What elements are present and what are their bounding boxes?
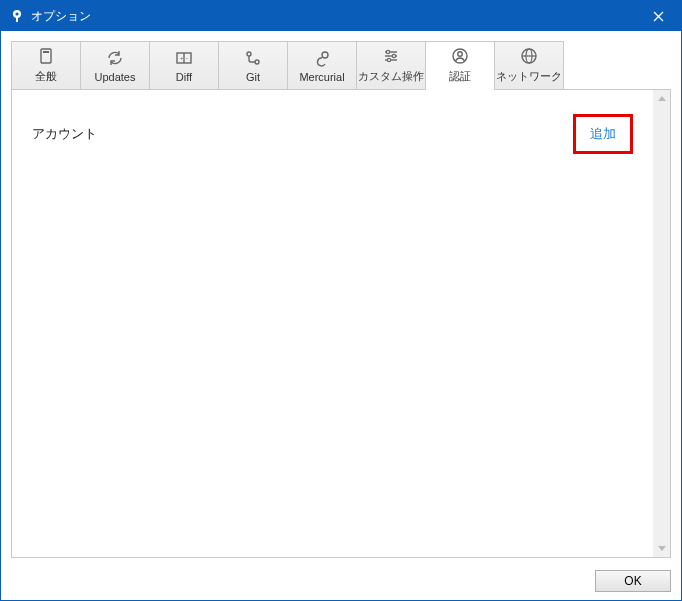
options-window: オプション 全般 Updates	[0, 0, 682, 601]
network-icon	[520, 47, 538, 65]
tab-diff[interactable]: +- Diff	[149, 41, 219, 89]
tab-custom[interactable]: カスタム操作	[356, 41, 426, 89]
custom-icon	[382, 47, 400, 65]
titlebar: オプション	[1, 1, 681, 31]
tab-label: カスタム操作	[358, 69, 424, 84]
svg-point-18	[392, 54, 395, 57]
tab-network[interactable]: ネットワーク	[494, 41, 564, 89]
vertical-scrollbar[interactable]	[653, 90, 670, 557]
mercurial-icon	[313, 49, 331, 67]
tab-label: Updates	[95, 71, 136, 83]
tab-git[interactable]: Git	[218, 41, 288, 89]
app-icon	[9, 8, 25, 24]
tab-strip: 全般 Updates +- Diff Git	[11, 41, 671, 90]
window-title: オプション	[31, 8, 635, 25]
svg-point-12	[255, 60, 259, 64]
footer: OK	[1, 564, 681, 600]
general-icon	[37, 47, 55, 65]
account-label: アカウント	[32, 125, 97, 143]
close-icon	[653, 11, 664, 22]
tab-label: Mercurial	[299, 71, 344, 83]
svg-text:+: +	[180, 55, 184, 61]
git-icon	[244, 49, 262, 67]
close-button[interactable]	[635, 1, 681, 31]
ok-button[interactable]: OK	[595, 570, 671, 592]
svg-point-21	[458, 52, 463, 57]
tab-general[interactable]: 全般	[11, 41, 81, 89]
client-area: 全般 Updates +- Diff Git	[1, 31, 681, 564]
svg-point-1	[15, 12, 18, 15]
svg-point-13	[322, 52, 328, 58]
svg-rect-2	[16, 17, 18, 22]
scroll-up-icon	[653, 90, 670, 107]
content-wrap: アカウント 追加	[11, 90, 671, 558]
scroll-down-icon	[653, 540, 670, 557]
svg-point-19	[387, 58, 390, 61]
tab-label: Git	[246, 71, 260, 83]
add-button[interactable]: 追加	[578, 121, 628, 147]
svg-text:-: -	[186, 55, 188, 61]
auth-content: アカウント 追加	[12, 90, 653, 557]
account-row: アカウント 追加	[32, 114, 633, 154]
tab-label: 全般	[35, 69, 57, 84]
diff-icon: +-	[175, 49, 193, 67]
updates-icon	[106, 49, 124, 67]
tab-label: ネットワーク	[496, 69, 562, 84]
auth-icon	[451, 47, 469, 65]
tab-updates[interactable]: Updates	[80, 41, 150, 89]
tab-label: Diff	[176, 71, 192, 83]
svg-point-17	[386, 50, 389, 53]
tab-mercurial[interactable]: Mercurial	[287, 41, 357, 89]
tab-auth[interactable]: 認証	[425, 41, 495, 89]
svg-rect-6	[43, 51, 49, 53]
tab-label: 認証	[449, 69, 471, 84]
svg-point-11	[247, 52, 251, 56]
add-highlight-box: 追加	[573, 114, 633, 154]
